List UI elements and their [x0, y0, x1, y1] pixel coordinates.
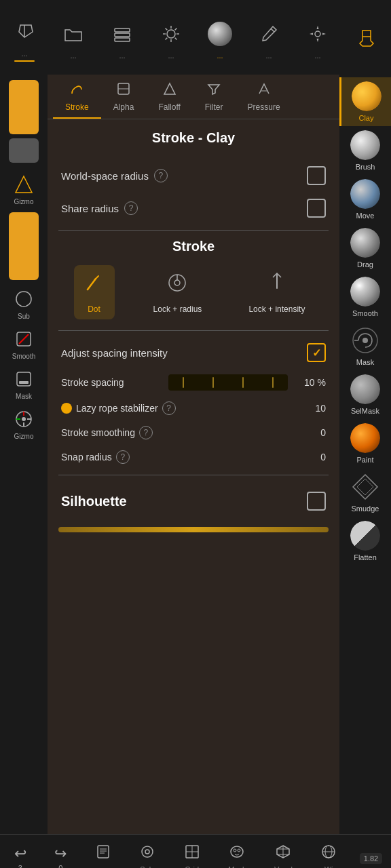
toolbar-hand[interactable]: ... — [10, 17, 39, 62]
tab-falloff[interactable]: Falloff — [146, 75, 192, 119]
tabs-bar: Stroke Alpha Falloff Filter — [48, 75, 339, 119]
color-swatch-dark[interactable] — [9, 138, 39, 163]
version-badge: 1.82 — [360, 853, 382, 864]
option-world-space-radius: World-space radius ? — [58, 159, 329, 192]
stroke-type-lock-radius[interactable]: Lock + radius — [145, 265, 210, 319]
checkbox-world-space[interactable] — [307, 166, 326, 185]
bottom-wi[interactable]: Wi — [315, 841, 342, 869]
center-panel: Stroke Alpha Falloff Filter — [48, 75, 339, 834]
svg-line-12 — [166, 37, 168, 39]
color-swatch-gold[interactable] — [9, 80, 39, 134]
stroke-type-lock-intensity[interactable]: Lock + intensity — [240, 265, 313, 319]
brush-item-flatten[interactable]: Flatten — [339, 517, 391, 566]
slider-snap-radius: Snap radius ? 0 — [58, 445, 329, 469]
brush-item-clay[interactable]: Clay — [339, 77, 391, 126]
checkbox-share-radius[interactable] — [307, 199, 326, 218]
panel-content: Stroke - Clay World-space radius ? Share… — [48, 119, 339, 834]
divider-1 — [58, 230, 329, 231]
svg-point-45 — [145, 850, 149, 854]
brush-item-smooth[interactable]: Smooth — [339, 273, 391, 321]
left-tool-sub[interactable]: Sub — [3, 284, 44, 323]
help-snap-radius[interactable]: ? — [116, 450, 130, 464]
left-tool-sym[interactable]: Gizmo — [3, 170, 44, 208]
svg-rect-2 — [115, 33, 130, 37]
tab-alpha[interactable]: Alpha — [101, 75, 147, 119]
toolbar-folder[interactable]: ... — [58, 19, 88, 60]
bottom-mask[interactable]: Mask — [223, 841, 251, 869]
slider-stroke-spacing: Stroke spacing 10 % — [58, 369, 329, 396]
stroke-type-dot[interactable]: Dot — [74, 265, 115, 319]
stroke-type-selector: Dot Lock + radius Lock + intensity — [58, 265, 329, 319]
bottom-voxel[interactable]: Voxel — [269, 841, 298, 869]
bottom-solo[interactable]: Solo — [134, 841, 161, 869]
brush-item-mask[interactable]: Mask — [339, 321, 391, 370]
svg-point-36 — [362, 338, 368, 343]
tab-stroke[interactable]: Stroke — [53, 75, 101, 119]
left-tool-mask[interactable]: Mask — [3, 364, 44, 403]
svg-line-10 — [175, 37, 177, 39]
brush-item-brush[interactable]: Brush — [339, 126, 391, 175]
tab-pressure[interactable]: Pressure — [236, 75, 293, 119]
help-world-space[interactable]: ? — [154, 169, 168, 182]
svg-rect-19 — [19, 381, 29, 384]
svg-point-4 — [167, 30, 175, 38]
right-brush-panel: Clay Brush Move Drag Smooth — [339, 75, 391, 834]
bottom-undo[interactable]: ↩ 3 — [9, 842, 32, 869]
bottom-bar — [58, 527, 329, 532]
brush-item-smudge[interactable]: Smudge — [339, 468, 391, 517]
svg-rect-40 — [98, 846, 109, 858]
panel-title: Stroke - Clay — [58, 130, 329, 146]
tab-filter[interactable]: Filter — [193, 75, 236, 119]
bottom-doc[interactable]: ... — [90, 841, 117, 869]
help-lazy-rope[interactable]: ? — [162, 401, 176, 415]
brush-item-selmask[interactable]: SelMask — [339, 370, 391, 419]
toolbar-pencil[interactable]: ... — [254, 19, 284, 60]
left-tool-gizmo[interactable]: Gizmo — [3, 404, 44, 443]
svg-point-44 — [142, 846, 153, 857]
bottom-grid[interactable]: Grid — [179, 841, 206, 869]
option-share-radius: Share radius ? — [58, 192, 329, 224]
stroke-spacing-track[interactable] — [168, 374, 288, 391]
svg-marker-28 — [164, 83, 175, 94]
brush-item-drag[interactable]: Drag — [339, 224, 391, 273]
left-sidebar: Gizmo Sub Smooth Mask Gizmo — [0, 75, 48, 834]
toolbar-layers[interactable]: ... — [107, 19, 137, 60]
toolbar-material[interactable]: ... — [205, 19, 235, 60]
svg-line-9 — [166, 28, 168, 30]
svg-line-11 — [175, 28, 177, 30]
svg-point-21 — [22, 417, 26, 421]
top-toolbar: ... ... ... ... ... ... ... — [0, 0, 391, 75]
bottom-toolbar: ↩ 3 ↪ 0 ... Solo Grid Mask Voxel — [0, 834, 391, 868]
svg-point-14 — [315, 31, 320, 37]
svg-rect-1 — [115, 28, 130, 32]
silhouette-row: Silhouette — [58, 481, 329, 521]
option-adjust-spacing: Adjust spacing intensity — [58, 336, 329, 369]
divider-2 — [58, 330, 329, 331]
toolbar-settings[interactable]: ... — [303, 19, 333, 60]
main-layout: Gizmo Sub Smooth Mask Gizmo — [0, 75, 391, 834]
checkbox-silhouette[interactable] — [307, 492, 326, 511]
toolbar-sun[interactable]: ... — [156, 19, 186, 60]
toolbar-tools[interactable] — [352, 23, 381, 56]
brush-item-paint[interactable]: Paint — [339, 419, 391, 468]
svg-rect-3 — [115, 38, 130, 41]
svg-point-32 — [174, 280, 180, 285]
stroke-section-title: Stroke — [58, 239, 329, 254]
left-tool-smooth[interactable]: Smooth — [3, 324, 44, 363]
svg-line-30 — [94, 276, 98, 280]
lazy-icon — [61, 403, 72, 414]
svg-point-49 — [231, 846, 243, 857]
svg-marker-16 — [16, 176, 32, 193]
divider-3 — [58, 475, 329, 475]
brush-item-move[interactable]: Move — [339, 175, 391, 224]
bottom-redo[interactable]: ↪ 0 — [49, 842, 72, 869]
help-stroke-smoothing[interactable]: ? — [139, 426, 153, 439]
checkbox-adjust-spacing[interactable] — [307, 343, 326, 362]
help-share-radius[interactable]: ? — [124, 201, 138, 215]
color-swatch-gold2[interactable] — [9, 212, 39, 280]
slider-stroke-smoothing: Stroke smoothing ? 0 — [58, 420, 329, 445]
slider-lazy-rope: Lazy rope stabilizer ? 10 — [58, 396, 329, 420]
svg-marker-39 — [357, 479, 373, 495]
svg-point-51 — [238, 849, 240, 852]
svg-line-13 — [271, 28, 274, 32]
